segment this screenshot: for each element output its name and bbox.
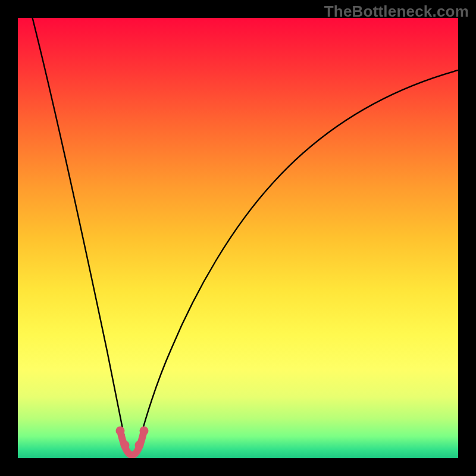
chart-svg (18, 18, 458, 458)
highlight-dot-right-2 (135, 441, 144, 450)
bottleneck-curve (31, 18, 458, 455)
chart-frame: TheBottleneck.com (0, 0, 476, 476)
highlight-dot-left-2 (121, 441, 130, 450)
plot-area (18, 18, 458, 458)
highlight-dot-right (140, 427, 149, 436)
highlight-dot-left (116, 427, 125, 436)
